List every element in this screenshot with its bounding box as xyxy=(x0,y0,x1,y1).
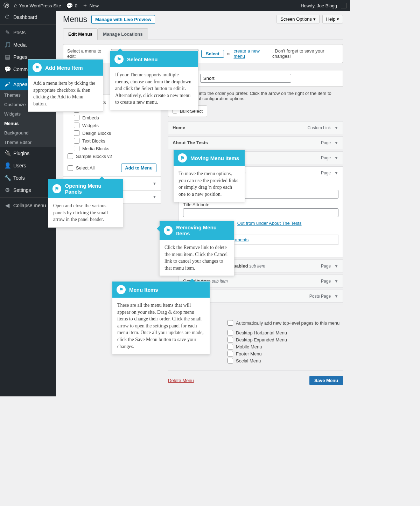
menu-item[interactable]: HomeCustom Link ▼ xyxy=(168,121,343,134)
screen-options-button[interactable]: Screen Options ▾ xyxy=(276,15,319,23)
delete-menu-link[interactable]: Delete Menu xyxy=(168,378,194,383)
sidebar-item-users[interactable]: 👤Users xyxy=(0,159,56,172)
select-button[interactable]: Select xyxy=(201,50,224,58)
chk-location[interactable] xyxy=(227,351,233,356)
comment-icon: 💬 xyxy=(66,2,73,9)
admin-bar: ⓦ ⌂Your WordPress Site 💬0 ＋New Howdy, Jo… xyxy=(0,0,350,11)
media-icon: 🎵 xyxy=(4,41,10,48)
flag-icon: ⚑ xyxy=(178,153,187,162)
comments-link[interactable]: 💬0 xyxy=(66,2,77,9)
sidebar-item-settings[interactable]: ⚙Settings xyxy=(0,184,56,196)
select-label: Select a menu to edit: xyxy=(67,48,108,59)
pin-icon: ✎ xyxy=(4,29,10,36)
sidebar-collapse[interactable]: ◀Collapse menu xyxy=(0,199,56,212)
or-text: or xyxy=(227,51,231,56)
tooltip-moving-items: ⚑Moving Menu Items To move the menu opti… xyxy=(173,150,245,202)
sub-menus[interactable]: Menus xyxy=(0,119,56,128)
tooltip-select-menu: ⚑Select Menu If your Theme supports mult… xyxy=(110,51,198,110)
pages-icon: ▤ xyxy=(4,54,10,60)
chk-location[interactable] xyxy=(227,337,233,342)
sidebar-item-plugins[interactable]: 🔌Plugins xyxy=(0,147,56,159)
chk-embeds[interactable] xyxy=(74,115,79,120)
menu-name-input[interactable] xyxy=(200,74,291,83)
add-to-menu-button[interactable]: Add to Menu xyxy=(121,164,156,172)
flag-icon: ⚑ xyxy=(52,184,61,193)
chk-text[interactable] xyxy=(74,138,79,144)
chk-sample-v2[interactable] xyxy=(68,153,73,159)
dashboard-icon: ⏱ xyxy=(4,14,10,20)
settings-icon: ⚙ xyxy=(4,187,10,193)
chk-location[interactable] xyxy=(227,358,233,363)
tab-manage-locations[interactable]: Manage Locations xyxy=(98,28,148,40)
site-link[interactable]: ⌂Your WordPress Site xyxy=(14,2,61,9)
live-preview-button[interactable]: Manage with Live Preview xyxy=(91,15,155,24)
sidebar-item-media[interactable]: 🎵Media xyxy=(0,39,56,51)
menu-tabs: Edit Menus Manage Locations xyxy=(63,28,343,40)
sub-theme-editor[interactable]: Theme Editor xyxy=(0,138,56,147)
sidebar-item-tools[interactable]: 🔧Tools xyxy=(0,172,56,184)
create-menu-link[interactable]: create a new menu xyxy=(233,48,270,59)
sub-background[interactable]: Background xyxy=(0,128,56,138)
plus-icon: ＋ xyxy=(82,2,88,9)
title-attr-input[interactable] xyxy=(183,208,338,217)
user-icon: 👤 xyxy=(4,162,10,169)
chk-location[interactable] xyxy=(227,344,233,349)
menu-item[interactable]: About The TestsPage ▼ xyxy=(168,136,343,149)
avatar-icon xyxy=(341,3,346,8)
flag-icon: ⚑ xyxy=(33,63,42,72)
sidebar-item-dashboard[interactable]: ⏱Dashboard xyxy=(0,11,56,23)
tooltip-add-menu: ⚑Add Menu Item Add a menu item by tickin… xyxy=(28,59,103,112)
tooltip-removing-items: ⚑Removing Menu Items Click the Remove li… xyxy=(159,221,234,276)
wrench-icon: 🔧 xyxy=(4,174,10,181)
chk-media[interactable] xyxy=(74,146,79,151)
collapse-icon: ◀ xyxy=(4,202,10,209)
tooltip-opening-panels: ⚑Opening Menu Panels Open and close the … xyxy=(48,179,123,228)
chk-design[interactable] xyxy=(74,130,79,136)
save-menu-button[interactable]: Save Menu xyxy=(309,376,343,385)
brush-icon: 🖌 xyxy=(4,81,10,88)
wp-logo[interactable]: ⓦ xyxy=(4,2,9,9)
help-button[interactable]: Help ▾ xyxy=(322,15,343,23)
chk-widgets[interactable] xyxy=(74,123,79,128)
flag-icon: ⚑ xyxy=(114,55,124,64)
howdy-link[interactable]: Howdy, Joe Blogg xyxy=(301,3,346,8)
chk-location[interactable] xyxy=(227,330,233,335)
page-title: Menus xyxy=(63,15,87,24)
flag-icon: ⚑ xyxy=(164,226,173,235)
sidebar-item-posts[interactable]: ✎Posts xyxy=(0,26,56,39)
chk-select-all[interactable] xyxy=(68,165,73,171)
home-icon: ⌂ xyxy=(14,2,18,9)
tab-edit-menus[interactable]: Edit Menus xyxy=(63,28,98,40)
wordpress-icon: ⓦ xyxy=(4,2,9,9)
move-out-link[interactable]: Out from under About The Tests xyxy=(237,221,302,226)
menu-select-bar: Select a menu to edit: Short (Desktop Ho… xyxy=(63,44,343,63)
chevron-down-icon: ▼ xyxy=(153,181,156,186)
plugin-icon: 🔌 xyxy=(4,150,10,157)
chevron-down-icon: ▼ xyxy=(153,195,156,199)
new-link[interactable]: ＋New xyxy=(82,2,99,9)
flag-icon: ⚑ xyxy=(117,285,126,294)
tooltip-menu-items: ⚑Menu Items These are all the menu items… xyxy=(112,281,210,354)
chk-auto-add[interactable] xyxy=(227,320,233,326)
comment-icon: 💬 xyxy=(4,66,10,72)
